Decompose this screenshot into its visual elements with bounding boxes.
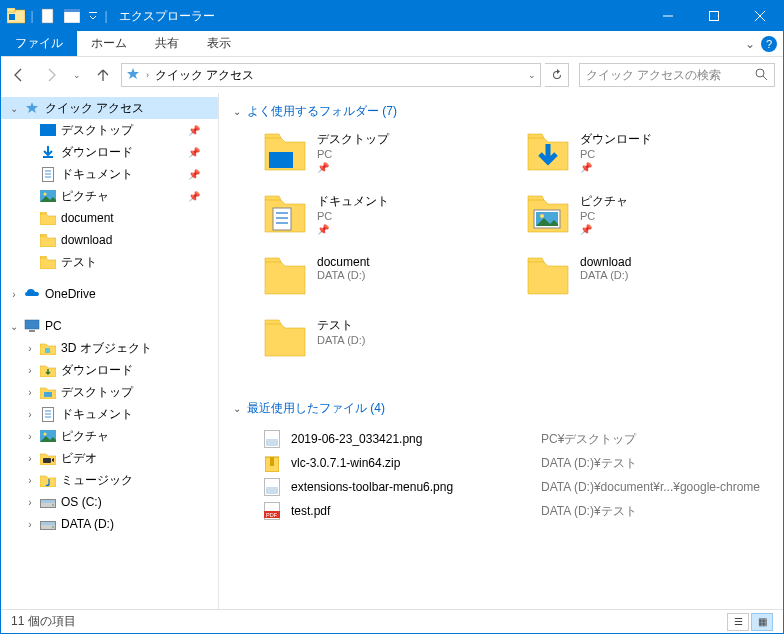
- tab-home[interactable]: ホーム: [77, 31, 141, 56]
- details-view-button[interactable]: ☰: [727, 613, 749, 631]
- folder-name: ドキュメント: [317, 193, 389, 210]
- recent-file-item[interactable]: extensions-toolbar-menu6.pngDATA (D:)¥do…: [263, 475, 769, 499]
- documents-icon: [39, 406, 57, 422]
- file-tab[interactable]: ファイル: [1, 31, 77, 56]
- minimize-button[interactable]: [645, 1, 691, 31]
- svg-rect-21: [29, 330, 35, 332]
- sidebar-onedrive[interactable]: › OneDrive: [1, 283, 218, 305]
- maximize-button[interactable]: [691, 1, 737, 31]
- chevron-down-icon[interactable]: ⌄: [233, 403, 241, 414]
- folder-item[interactable]: テストDATA (D:): [263, 316, 506, 376]
- drive-icon: [39, 516, 57, 532]
- recent-file-item[interactable]: PDFtest.pdfDATA (D:)¥テスト: [263, 499, 769, 523]
- qat-dropdown-icon[interactable]: [85, 5, 101, 27]
- svg-point-29: [44, 433, 47, 436]
- sidebar-qa-item[interactable]: ドキュメント📌: [1, 163, 218, 185]
- file-path: DATA (D:)¥document¥r...¥google-chrome: [541, 480, 760, 494]
- folder-item[interactable]: デスクトップPC📌: [263, 130, 506, 190]
- sidebar-qa-item[interactable]: document: [1, 207, 218, 229]
- folder-item[interactable]: ダウンロードPC📌: [526, 130, 769, 190]
- folder-location: DATA (D:): [317, 334, 365, 346]
- folder-name: デスクトップ: [317, 131, 389, 148]
- back-button[interactable]: [5, 61, 33, 89]
- sidebar-qa-item[interactable]: テスト: [1, 251, 218, 273]
- chevron-right-icon[interactable]: ›: [23, 343, 37, 354]
- pictures-icon: [39, 428, 57, 444]
- sidebar-pc-item[interactable]: ›3D オブジェクト: [1, 337, 218, 359]
- chevron-right-icon[interactable]: ›: [23, 409, 37, 420]
- folder-name: download: [580, 255, 631, 269]
- tab-share[interactable]: 共有: [141, 31, 193, 56]
- chevron-right-icon[interactable]: ›: [23, 387, 37, 398]
- recent-file-item[interactable]: vlc-3.0.7.1-win64.zipDATA (D:)¥テスト: [263, 451, 769, 475]
- address-dropdown-icon[interactable]: ⌄: [528, 70, 536, 80]
- sidebar-pc-item[interactable]: ›OS (C:): [1, 491, 218, 513]
- sidebar-qa-item[interactable]: download: [1, 229, 218, 251]
- folder-location: DATA (D:): [580, 269, 631, 281]
- sidebar-item-label: OS (C:): [61, 495, 102, 509]
- folder-icon: [263, 316, 307, 360]
- address-bar[interactable]: › クイック アクセス ⌄: [121, 63, 541, 87]
- chevron-down-icon[interactable]: ⌄: [7, 321, 21, 332]
- chevron-right-icon[interactable]: ›: [23, 497, 37, 508]
- new-file-icon[interactable]: [37, 5, 59, 27]
- chevron-down-icon[interactable]: ⌄: [7, 103, 21, 114]
- sidebar-pc-item[interactable]: ›デスクトップ: [1, 381, 218, 403]
- drive-icon: [39, 494, 57, 510]
- folder-icon: [263, 254, 307, 298]
- sidebar-pc-item[interactable]: ›ビデオ: [1, 447, 218, 469]
- sidebar-pc-item[interactable]: ›ドキュメント: [1, 403, 218, 425]
- videos-icon: [39, 450, 57, 466]
- item-count: 11 個の項目: [11, 613, 76, 630]
- folder-item[interactable]: ピクチャPC📌: [526, 192, 769, 252]
- sidebar-qa-item[interactable]: ピクチャ📌: [1, 185, 218, 207]
- recent-group-header[interactable]: ⌄ 最近使用したファイル (4): [233, 400, 769, 417]
- svg-rect-32: [41, 500, 55, 503]
- chevron-right-icon[interactable]: ›: [23, 453, 37, 464]
- qat-separator: |: [29, 5, 35, 27]
- close-button[interactable]: [737, 1, 783, 31]
- recent-file-item[interactable]: 2019-06-23_033421.pngPC¥デスクトップ: [263, 427, 769, 451]
- svg-rect-46: [266, 439, 278, 446]
- sidebar-pc-item[interactable]: ›ピクチャ: [1, 425, 218, 447]
- sidebar-pc-item[interactable]: ›ミュージック: [1, 469, 218, 491]
- refresh-button[interactable]: [545, 63, 569, 87]
- sidebar-quick-access[interactable]: ⌄ クイック アクセス: [1, 97, 218, 119]
- chevron-right-icon[interactable]: ›: [23, 365, 37, 376]
- up-button[interactable]: [89, 61, 117, 89]
- svg-rect-5: [64, 9, 80, 12]
- navigation-pane[interactable]: ⌄ クイック アクセス デスクトップ📌ダウンロード📌ドキュメント📌ピクチャ📌do…: [1, 93, 219, 609]
- chevron-right-icon[interactable]: ›: [23, 475, 37, 486]
- pin-icon: 📌: [317, 224, 389, 235]
- properties-icon[interactable]: [61, 5, 83, 27]
- chevron-down-icon[interactable]: ⌄: [233, 106, 241, 117]
- pin-icon: 📌: [188, 191, 200, 202]
- large-icons-view-button[interactable]: ▦: [751, 613, 773, 631]
- pictures-icon: [39, 188, 57, 204]
- recent-locations-button[interactable]: ⌄: [69, 61, 85, 89]
- sidebar-qa-item[interactable]: デスクトップ📌: [1, 119, 218, 141]
- ribbon-expand-icon[interactable]: ⌄: [745, 37, 755, 51]
- help-icon[interactable]: ?: [761, 36, 777, 52]
- content-pane[interactable]: ⌄ よく使用するフォルダー (7) デスクトップPC📌ダウンロードPC📌ドキュメ…: [219, 93, 783, 609]
- folder-item[interactable]: ドキュメントPC📌: [263, 192, 506, 252]
- sidebar-pc[interactable]: ⌄ PC: [1, 315, 218, 337]
- sidebar-pc-item[interactable]: ›ダウンロード: [1, 359, 218, 381]
- forward-button[interactable]: [37, 61, 65, 89]
- sidebar-qa-item[interactable]: ダウンロード📌: [1, 141, 218, 163]
- chevron-right-icon[interactable]: ›: [23, 431, 37, 442]
- tab-view[interactable]: 表示: [193, 31, 245, 56]
- chevron-right-icon[interactable]: ›: [23, 519, 37, 530]
- chevron-right-icon[interactable]: ›: [7, 289, 21, 300]
- folder-location: PC: [580, 210, 628, 222]
- folder-item[interactable]: documentDATA (D:): [263, 254, 506, 314]
- folder-item[interactable]: downloadDATA (D:): [526, 254, 769, 314]
- sidebar-item-label: ミュージック: [61, 472, 133, 489]
- pin-icon: 📌: [580, 162, 652, 173]
- sidebar-item-label: ピクチャ: [61, 188, 109, 205]
- sidebar-pc-item[interactable]: ›DATA (D:): [1, 513, 218, 535]
- search-icon: [754, 67, 768, 84]
- address-chevron-icon[interactable]: ›: [146, 70, 149, 80]
- search-box[interactable]: クイック アクセスの検索: [579, 63, 775, 87]
- folders-group-header[interactable]: ⌄ よく使用するフォルダー (7): [233, 103, 769, 120]
